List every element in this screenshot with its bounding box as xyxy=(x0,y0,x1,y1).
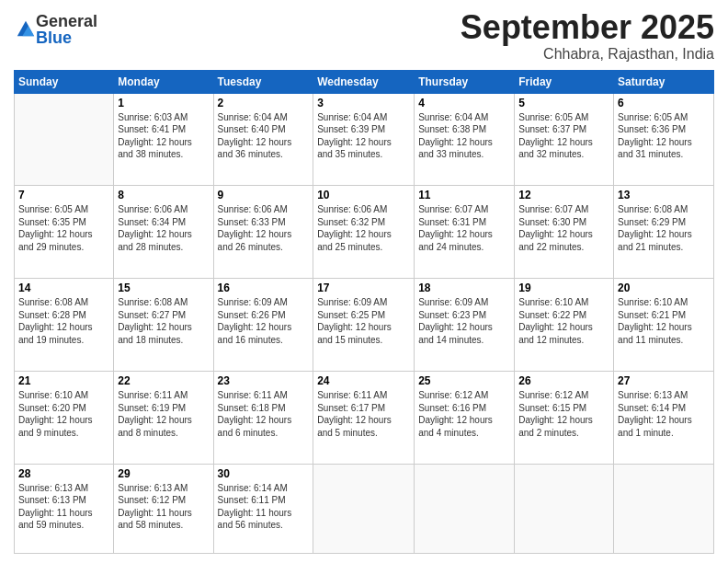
day-number: 17 xyxy=(317,282,410,294)
calendar-cell: 29Sunrise: 6:13 AMSunset: 6:12 PMDayligh… xyxy=(114,464,213,553)
day-info: Sunrise: 6:11 AMSunset: 6:19 PMDaylight:… xyxy=(118,389,209,439)
calendar-cell xyxy=(515,464,614,553)
calendar-week-4: 21Sunrise: 6:10 AMSunset: 6:20 PMDayligh… xyxy=(15,372,714,465)
calendar-cell: 13Sunrise: 6:08 AMSunset: 6:29 PMDayligh… xyxy=(614,186,714,279)
day-info: Sunrise: 6:09 AMSunset: 6:25 PMDaylight:… xyxy=(317,296,410,346)
calendar-week-5: 28Sunrise: 6:13 AMSunset: 6:13 PMDayligh… xyxy=(15,464,714,553)
day-number: 11 xyxy=(418,189,510,201)
day-info: Sunrise: 6:12 AMSunset: 6:16 PMDaylight:… xyxy=(418,389,510,439)
day-number: 3 xyxy=(317,97,410,109)
calendar-cell: 15Sunrise: 6:08 AMSunset: 6:27 PMDayligh… xyxy=(114,279,213,372)
day-number: 16 xyxy=(218,282,310,294)
day-info: Sunrise: 6:06 AMSunset: 6:33 PMDaylight:… xyxy=(218,203,310,253)
calendar-cell: 24Sunrise: 6:11 AMSunset: 6:17 PMDayligh… xyxy=(313,372,415,465)
day-number: 2 xyxy=(218,97,310,109)
day-number: 26 xyxy=(518,374,609,387)
location: Chhabra, Rajasthan, India xyxy=(461,46,714,63)
day-info: Sunrise: 6:04 AMSunset: 6:39 PMDaylight:… xyxy=(317,111,410,161)
day-info: Sunrise: 6:07 AMSunset: 6:31 PMDaylight:… xyxy=(418,203,510,253)
day-info: Sunrise: 6:10 AMSunset: 6:22 PMDaylight:… xyxy=(518,296,609,346)
calendar-week-2: 7Sunrise: 6:05 AMSunset: 6:35 PMDaylight… xyxy=(15,186,714,279)
calendar-cell: 4Sunrise: 6:04 AMSunset: 6:38 PMDaylight… xyxy=(415,93,515,186)
calendar-header-row: SundayMondayTuesdayWednesdayThursdayFrid… xyxy=(15,70,714,93)
day-info: Sunrise: 6:05 AMSunset: 6:35 PMDaylight:… xyxy=(18,203,109,253)
day-info: Sunrise: 6:10 AMSunset: 6:20 PMDaylight:… xyxy=(18,389,109,439)
day-info: Sunrise: 6:09 AMSunset: 6:23 PMDaylight:… xyxy=(418,296,510,346)
calendar-cell: 7Sunrise: 6:05 AMSunset: 6:35 PMDaylight… xyxy=(15,186,114,279)
calendar-cell: 23Sunrise: 6:11 AMSunset: 6:18 PMDayligh… xyxy=(213,372,313,465)
day-info: Sunrise: 6:05 AMSunset: 6:36 PMDaylight:… xyxy=(618,111,710,161)
day-number: 21 xyxy=(18,374,109,387)
calendar-cell: 20Sunrise: 6:10 AMSunset: 6:21 PMDayligh… xyxy=(614,279,714,372)
day-info: Sunrise: 6:09 AMSunset: 6:26 PMDaylight:… xyxy=(218,296,310,346)
day-info: Sunrise: 6:13 AMSunset: 6:13 PMDaylight:… xyxy=(18,482,109,532)
day-number: 28 xyxy=(18,467,109,480)
calendar-cell: 27Sunrise: 6:13 AMSunset: 6:14 PMDayligh… xyxy=(614,372,714,465)
day-info: Sunrise: 6:11 AMSunset: 6:17 PMDaylight:… xyxy=(317,389,410,439)
calendar-header-thursday: Thursday xyxy=(415,70,515,93)
day-number: 14 xyxy=(18,282,109,294)
day-number: 24 xyxy=(317,374,410,387)
day-info: Sunrise: 6:06 AMSunset: 6:32 PMDaylight:… xyxy=(317,203,410,253)
calendar-cell: 18Sunrise: 6:09 AMSunset: 6:23 PMDayligh… xyxy=(415,279,515,372)
calendar-cell: 10Sunrise: 6:06 AMSunset: 6:32 PMDayligh… xyxy=(313,186,415,279)
day-number: 27 xyxy=(618,374,710,387)
calendar-header-sunday: Sunday xyxy=(15,70,114,93)
calendar-cell xyxy=(415,464,515,553)
header: General Blue September 2025 Chhabra, Raj… xyxy=(14,9,714,63)
calendar-week-3: 14Sunrise: 6:08 AMSunset: 6:28 PMDayligh… xyxy=(15,279,714,372)
day-number: 5 xyxy=(518,97,609,109)
day-info: Sunrise: 6:08 AMSunset: 6:28 PMDaylight:… xyxy=(18,296,109,346)
calendar-header-monday: Monday xyxy=(114,70,213,93)
logo: General Blue xyxy=(14,13,97,46)
day-info: Sunrise: 6:03 AMSunset: 6:41 PMDaylight:… xyxy=(118,111,209,161)
calendar-cell: 25Sunrise: 6:12 AMSunset: 6:16 PMDayligh… xyxy=(415,372,515,465)
day-info: Sunrise: 6:12 AMSunset: 6:15 PMDaylight:… xyxy=(518,389,609,439)
day-info: Sunrise: 6:08 AMSunset: 6:29 PMDaylight:… xyxy=(618,203,710,253)
calendar-cell: 19Sunrise: 6:10 AMSunset: 6:22 PMDayligh… xyxy=(515,279,614,372)
calendar-week-1: 1Sunrise: 6:03 AMSunset: 6:41 PMDaylight… xyxy=(15,93,714,186)
day-info: Sunrise: 6:10 AMSunset: 6:21 PMDaylight:… xyxy=(618,296,710,346)
day-number: 20 xyxy=(618,282,710,294)
calendar-cell: 26Sunrise: 6:12 AMSunset: 6:15 PMDayligh… xyxy=(515,372,614,465)
logo-general: General xyxy=(36,13,97,29)
day-number: 6 xyxy=(618,97,710,109)
logo-text: General Blue xyxy=(36,13,97,46)
calendar-cell: 14Sunrise: 6:08 AMSunset: 6:28 PMDayligh… xyxy=(15,279,114,372)
month-title: September 2025 xyxy=(461,9,714,46)
logo-icon xyxy=(16,19,36,40)
calendar-cell xyxy=(15,93,114,186)
day-number: 1 xyxy=(118,97,209,109)
day-number: 4 xyxy=(418,97,510,109)
calendar-header-wednesday: Wednesday xyxy=(313,70,415,93)
day-info: Sunrise: 6:07 AMSunset: 6:30 PMDaylight:… xyxy=(518,203,609,253)
day-number: 30 xyxy=(218,467,310,480)
calendar-cell: 22Sunrise: 6:11 AMSunset: 6:19 PMDayligh… xyxy=(114,372,213,465)
day-info: Sunrise: 6:08 AMSunset: 6:27 PMDaylight:… xyxy=(118,296,209,346)
day-number: 15 xyxy=(118,282,209,294)
calendar-cell: 9Sunrise: 6:06 AMSunset: 6:33 PMDaylight… xyxy=(213,186,313,279)
calendar-cell: 3Sunrise: 6:04 AMSunset: 6:39 PMDaylight… xyxy=(313,93,415,186)
calendar-cell: 16Sunrise: 6:09 AMSunset: 6:26 PMDayligh… xyxy=(213,279,313,372)
calendar-header-tuesday: Tuesday xyxy=(213,70,313,93)
day-info: Sunrise: 6:06 AMSunset: 6:34 PMDaylight:… xyxy=(118,203,209,253)
day-number: 8 xyxy=(118,189,209,201)
day-number: 25 xyxy=(418,374,510,387)
day-number: 22 xyxy=(118,374,209,387)
day-number: 7 xyxy=(18,189,109,201)
day-number: 13 xyxy=(618,189,710,201)
calendar-cell xyxy=(614,464,714,553)
calendar-header-friday: Friday xyxy=(515,70,614,93)
day-number: 29 xyxy=(118,467,209,480)
calendar-cell: 1Sunrise: 6:03 AMSunset: 6:41 PMDaylight… xyxy=(114,93,213,186)
calendar-cell xyxy=(313,464,415,553)
calendar-cell: 21Sunrise: 6:10 AMSunset: 6:20 PMDayligh… xyxy=(15,372,114,465)
calendar-cell: 11Sunrise: 6:07 AMSunset: 6:31 PMDayligh… xyxy=(415,186,515,279)
day-number: 19 xyxy=(518,282,609,294)
day-info: Sunrise: 6:14 AMSunset: 6:11 PMDaylight:… xyxy=(218,482,310,532)
calendar-cell: 2Sunrise: 6:04 AMSunset: 6:40 PMDaylight… xyxy=(213,93,313,186)
day-info: Sunrise: 6:04 AMSunset: 6:40 PMDaylight:… xyxy=(218,111,310,161)
day-number: 10 xyxy=(317,189,410,201)
calendar-cell: 12Sunrise: 6:07 AMSunset: 6:30 PMDayligh… xyxy=(515,186,614,279)
day-number: 9 xyxy=(218,189,310,201)
